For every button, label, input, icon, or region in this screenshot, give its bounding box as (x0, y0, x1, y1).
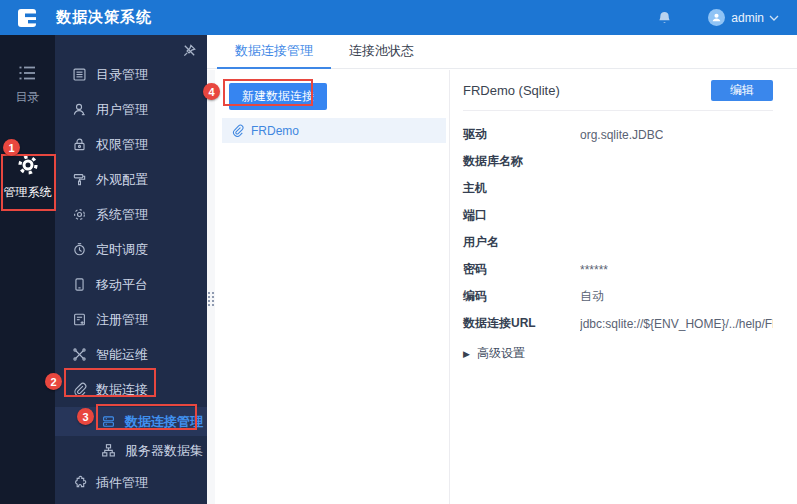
notification-bell-icon[interactable] (657, 10, 672, 26)
tab-data-connection-mgmt[interactable]: 数据连接管理 (217, 35, 331, 69)
clock-icon (72, 242, 87, 257)
sidebar-item-mobile-platform[interactable]: 移动平台 (55, 267, 207, 302)
sidebar-item-label: 服务器数据集 (125, 442, 203, 460)
sidebar-item-label: 智能运维 (96, 346, 148, 364)
pin-off-icon[interactable] (182, 43, 197, 58)
field-label: 编码 (463, 288, 580, 305)
field-label: 数据库名称 (463, 153, 580, 170)
field-label: 端口 (463, 207, 580, 224)
connection-name: FRDemo (251, 124, 299, 138)
user-icon (711, 12, 722, 23)
sidebar-item-label: 系统管理 (96, 206, 148, 224)
field-row-database-name: 数据库名称 (463, 148, 773, 175)
sidebar-item-plugin-mgmt[interactable]: 插件管理 (55, 465, 207, 500)
connection-list-panel: 新建数据连接 FRDemo (215, 70, 450, 504)
sidebar-item-appearance-config[interactable]: 外观配置 (55, 162, 207, 197)
paperclip-icon (231, 124, 244, 137)
user-icon (72, 102, 87, 117)
register-doc-icon (72, 312, 87, 327)
field-value: ****** (580, 263, 608, 277)
field-label: 驱动 (463, 126, 580, 143)
document-list-icon (72, 67, 87, 82)
connection-detail-panel: FRDemo (Sqlite) 编辑 驱动 org.sqlite.JDBC 数据… (450, 70, 797, 504)
sidebar-item-label: 定时调度 (96, 241, 148, 259)
field-value: jdbc:sqlite://${ENV_HOME}/../help/FRDe..… (580, 317, 773, 331)
catalog-icon (18, 65, 37, 81)
mobile-icon (72, 277, 87, 292)
sidebar-item-catalog-mgmt[interactable]: 目录管理 (55, 57, 207, 92)
avatar (708, 9, 725, 26)
sidebar-item-scheduler[interactable]: 定时调度 (55, 232, 207, 267)
ops-network-icon (72, 347, 87, 362)
sidebar-item-label: 目录管理 (96, 66, 148, 84)
sidebar-item-data-connection[interactable]: 数据连接 (55, 372, 207, 407)
field-row-connection-url: 数据连接URL jdbc:sqlite://${ENV_HOME}/../hel… (463, 310, 773, 337)
main-content: 数据连接管理 连接池状态 新建数据连接 FRDemo FRDemo (Sqlit… (207, 35, 797, 504)
tab-connection-pool-status[interactable]: 连接池状态 (331, 35, 432, 69)
sidebar-menu: 目录管理 用户管理 权限管理 外观配置 系统管理 定时调度 移动平台 (55, 57, 207, 500)
sidebar-item-system-mgmt[interactable]: 系统管理 (55, 197, 207, 232)
sidebar-item-label: 数据连接 (96, 381, 148, 399)
rail-item-directory[interactable]: 目录 (0, 65, 55, 106)
rail-item-label: 目录 (0, 89, 55, 106)
field-row-driver: 驱动 org.sqlite.JDBC (463, 121, 773, 148)
edit-button[interactable]: 编辑 (711, 80, 773, 101)
triangle-right-icon: ▶ (463, 349, 470, 359)
lock-icon (72, 137, 87, 152)
field-label: 用户名 (463, 234, 580, 251)
rail-item-admin-system[interactable]: 管理系统 (0, 154, 55, 201)
field-row-encoding: 编码 自动 (463, 283, 773, 310)
field-label: 数据连接URL (463, 315, 580, 332)
rail-item-label: 管理系统 (0, 184, 55, 201)
sidebar-item-label: 移动平台 (96, 276, 148, 294)
advanced-settings-label: 高级设置 (477, 345, 525, 362)
resize-handle[interactable] (208, 292, 215, 306)
sidebar-item-label: 外观配置 (96, 171, 148, 189)
sidebar-item-user-mgmt[interactable]: 用户管理 (55, 92, 207, 127)
field-value: 自动 (580, 288, 604, 305)
primary-rail: 目录 管理系统 (0, 35, 55, 504)
sidebar-item-intelligent-ops[interactable]: 智能运维 (55, 337, 207, 372)
field-value: org.sqlite.JDBC (580, 128, 663, 142)
advanced-settings-toggle[interactable]: ▶ 高级设置 (463, 345, 773, 362)
field-row-port: 端口 (463, 202, 773, 229)
new-connection-button[interactable]: 新建数据连接 (229, 83, 327, 110)
admin-username: admin (731, 11, 764, 25)
panel-gutter (207, 70, 215, 504)
sidebar-item-label: 权限管理 (96, 136, 148, 154)
gear-icon (17, 154, 39, 176)
paperclip-icon (72, 382, 87, 397)
app-logo-icon (18, 9, 36, 27)
field-label: 密码 (463, 261, 580, 278)
dataset-tree-icon (101, 443, 116, 458)
sidebar-item-data-connection-mgmt[interactable]: 数据连接管理 (55, 407, 207, 436)
tab-bar: 数据连接管理 连接池状态 (207, 35, 797, 69)
sidebar-item-label: 插件管理 (96, 474, 148, 492)
connection-detail-title: FRDemo (Sqlite) (463, 83, 560, 98)
admin-sidebar: 目录管理 用户管理 权限管理 外观配置 系统管理 定时调度 移动平台 (55, 35, 207, 504)
chevron-down-icon (769, 15, 779, 21)
sidebar-item-server-dataset[interactable]: 服务器数据集 (55, 436, 207, 465)
sidebar-item-label: 用户管理 (96, 101, 148, 119)
field-row-password: 密码 ****** (463, 256, 773, 283)
field-row-host: 主机 (463, 175, 773, 202)
user-menu[interactable]: admin (708, 9, 779, 26)
sidebar-item-label: 注册管理 (96, 311, 148, 329)
app-title: 数据决策系统 (56, 8, 152, 27)
puzzle-icon (72, 475, 87, 490)
sidebar-item-permission-mgmt[interactable]: 权限管理 (55, 127, 207, 162)
field-row-username: 用户名 (463, 229, 773, 256)
gear-outline-icon (72, 207, 87, 222)
top-bar: 数据决策系统 admin (0, 0, 797, 35)
paint-roller-icon (72, 172, 87, 187)
server-stack-icon (101, 414, 116, 429)
sidebar-item-label: 数据连接管理 (125, 413, 203, 431)
sidebar-item-registration-mgmt[interactable]: 注册管理 (55, 302, 207, 337)
connection-list-item-frdemo[interactable]: FRDemo (222, 118, 446, 143)
connection-fields: 驱动 org.sqlite.JDBC 数据库名称 主机 端口 用户名 密码 (463, 111, 773, 362)
field-label: 主机 (463, 180, 580, 197)
